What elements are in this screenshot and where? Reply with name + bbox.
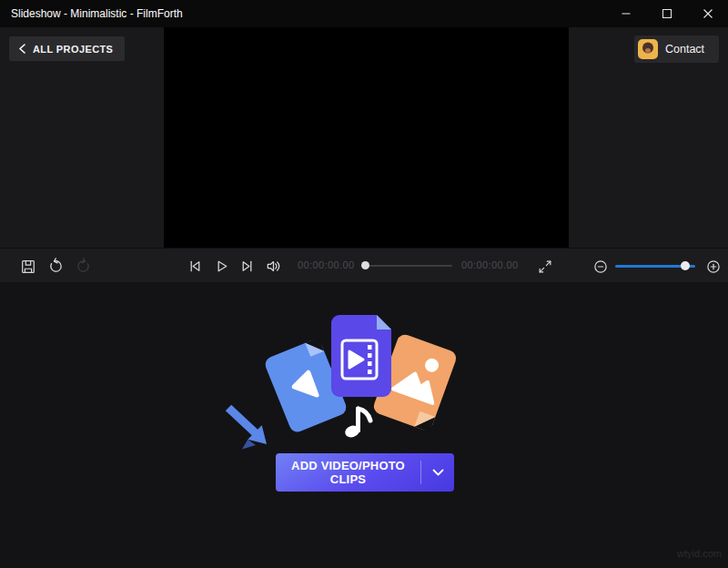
media-files-illustration (255, 308, 473, 444)
left-panel: ALL PROJECTS (0, 27, 164, 248)
all-projects-button[interactable]: ALL PROJECTS (9, 36, 125, 61)
back-chevron-icon (18, 44, 26, 54)
play-icon (213, 258, 230, 275)
zoom-in-button[interactable] (703, 257, 723, 276)
maximize-icon (662, 9, 672, 18)
volume-button[interactable] (263, 257, 283, 276)
skip-forward-icon (238, 258, 256, 275)
zoom-out-button[interactable] (591, 257, 611, 276)
add-video-photo-clips-button[interactable]: ADD VIDEO/PHOTO CLIPS (276, 453, 454, 492)
fullscreen-button[interactable] (535, 257, 555, 276)
titlebar: Slideshow - Minimalistic - FilmForth (0, 0, 728, 27)
all-projects-label: ALL PROJECTS (33, 44, 113, 55)
minimize-button[interactable] (605, 0, 646, 27)
contact-avatar-icon (638, 39, 658, 59)
maximize-button[interactable] (646, 0, 687, 27)
minimize-icon (622, 9, 631, 18)
fullscreen-icon (537, 259, 553, 275)
play-button[interactable] (211, 257, 231, 276)
contact-label: Contact (665, 43, 704, 56)
contact-button[interactable]: Contact (634, 36, 719, 63)
redo-icon (75, 258, 92, 275)
undo-icon (47, 258, 65, 275)
timeline-empty-area: ADD VIDEO/PHOTO CLIPS wtyid.com (0, 282, 728, 568)
timeline-zoom-slider[interactable] (615, 248, 695, 283)
seek-track[interactable] (361, 265, 452, 267)
playback-toolbar: 00:00:00.00 00:00:00.00 (0, 248, 728, 282)
save-icon (20, 259, 36, 275)
music-note-icon (343, 409, 370, 440)
window-title: Slideshow - Minimalistic - FilmForth (11, 0, 183, 27)
watermark: wtyid.com (677, 548, 722, 559)
video-preview (164, 27, 569, 248)
app-window: Slideshow - Minimalistic - FilmForth ALL… (0, 0, 728, 568)
window-controls (605, 0, 728, 27)
skip-forward-button[interactable] (237, 257, 257, 276)
seek-thumb[interactable] (361, 261, 369, 269)
zoom-out-icon (592, 259, 609, 275)
skip-back-button[interactable] (185, 257, 205, 276)
redo-button[interactable] (73, 257, 93, 276)
chevron-down-icon (432, 469, 444, 476)
workspace: ALL PROJECTS Contact (0, 27, 728, 248)
save-button[interactable] (18, 257, 38, 276)
seek-slider[interactable] (361, 248, 452, 283)
total-time: 00:00:00.00 (461, 248, 519, 282)
right-panel: Contact (569, 27, 728, 248)
add-clips-dropdown-button[interactable] (421, 453, 454, 492)
pointer-arrow-icon (221, 401, 276, 455)
zoom-in-icon (705, 259, 722, 275)
zoom-thumb[interactable] (681, 261, 690, 270)
film-clip-file-icon (331, 315, 391, 397)
current-time: 00:00:00.00 (298, 248, 355, 282)
volume-icon (265, 258, 282, 275)
close-icon (703, 9, 713, 18)
undo-button[interactable] (46, 257, 66, 276)
close-button[interactable] (687, 0, 728, 27)
add-clips-label: ADD VIDEO/PHOTO CLIPS (276, 459, 420, 486)
skip-back-icon (187, 258, 204, 275)
